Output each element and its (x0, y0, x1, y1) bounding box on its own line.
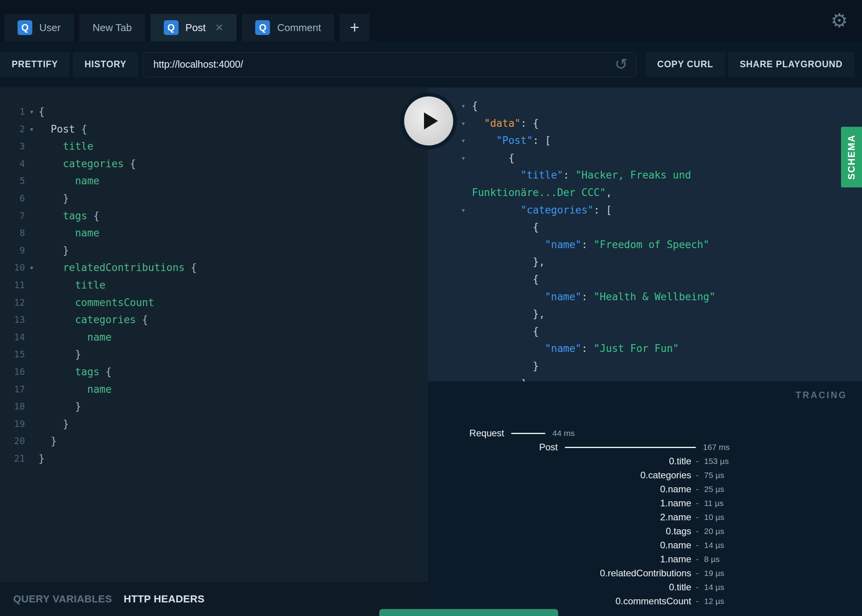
code-token: "Post" (496, 132, 533, 149)
settings-gear-icon[interactable]: ⚙ (830, 11, 848, 30)
trace-duration: 12 µs (704, 597, 724, 606)
history-button[interactable]: HISTORY (73, 52, 138, 77)
code-token: }, (472, 305, 545, 323)
fold-spacer (428, 375, 472, 382)
code-line: { (428, 219, 862, 236)
query-code: 1▾{2▾ Post {3 title4 categories {5 name6… (0, 88, 428, 467)
graphql-playground: Q User New Tab Q Post ✕ Q Comment + ⚙ PR… (0, 0, 862, 616)
line-number: 11 (0, 276, 25, 294)
tracing-panel: TRACING Request44 msPost167 ms0.title-15… (428, 382, 862, 616)
code-token: }, (472, 253, 545, 271)
code-token: categories (63, 155, 124, 173)
line-number: 4 (0, 155, 25, 173)
plus-icon: + (350, 18, 359, 37)
code-token (39, 172, 75, 190)
trace-duration: 20 µs (704, 527, 724, 536)
toolbar: PRETTIFY HISTORY ↺ COPY CURL SHARE PLAYG… (0, 41, 862, 88)
trace-label: 1.name (428, 498, 691, 509)
share-playground-button[interactable]: SHARE PLAYGROUND (728, 52, 854, 77)
tab-comment[interactable]: Q Comment (242, 14, 334, 41)
close-tab-icon[interactable]: ✕ (215, 23, 224, 33)
query-editor[interactable]: 1▾{2▾ Post {3 title4 categories {5 name6… (0, 88, 428, 582)
trace-duration: 75 µs (704, 471, 724, 480)
trace-label: 0.name (428, 540, 691, 551)
trace-row: 1.name-11 µs (428, 496, 862, 510)
code-line: "name": "Freedom of Speech" (428, 236, 862, 254)
fold-spacer (25, 346, 39, 363)
fold-caret-icon[interactable]: ▾ (25, 121, 39, 138)
execute-button[interactable] (404, 96, 453, 145)
code-line: ▾{ (428, 97, 862, 115)
code-token: relatedContributions (63, 259, 185, 276)
fold-caret-icon[interactable]: ▾ (25, 103, 39, 121)
query-variables-tab[interactable]: QUERY VARIABLES (13, 593, 112, 605)
fold-spacer (428, 253, 472, 271)
url-input[interactable] (143, 52, 636, 77)
line-number: 2 (0, 121, 25, 138)
code-token: "name" (545, 288, 582, 306)
trace-timeline-bar (565, 447, 696, 448)
trace-label: 0.tags (428, 526, 691, 537)
bottom-toast-partial[interactable] (379, 609, 558, 616)
response-viewer[interactable]: ▾{▾ "data": {▾ "Post": [▾ { "title": "Ha… (428, 88, 862, 382)
code-token (472, 201, 520, 219)
fold-caret-icon[interactable]: ▾ (25, 259, 39, 276)
code-token: { (185, 259, 197, 276)
fold-spacer (25, 155, 39, 173)
code-token (39, 276, 75, 294)
trace-label: Post (428, 442, 558, 453)
trace-duration: 25 µs (704, 485, 724, 494)
code-token: "data" (484, 115, 520, 132)
prettify-button[interactable]: PRETTIFY (0, 52, 70, 77)
code-line: "name": "Health & Wellbeing" (428, 288, 862, 306)
code-line: 12 commentsCount (0, 294, 428, 312)
code-token: name (75, 172, 100, 190)
code-line: 9 } (0, 242, 428, 259)
code-line: { (428, 323, 862, 340)
code-line: 7 tags { (0, 207, 428, 225)
query-badge-icon: Q (255, 20, 270, 35)
code-line: 15 } (0, 346, 428, 363)
tab-user[interactable]: Q User (4, 14, 74, 41)
fold-spacer (25, 381, 39, 398)
tab-new-tab[interactable]: New Tab (79, 14, 145, 41)
code-token (472, 288, 545, 306)
code-line: 20 } (0, 432, 428, 450)
trace-row: 0.title-153 µs (428, 454, 862, 468)
line-number: 10 (0, 259, 25, 276)
code-token: name (75, 224, 100, 242)
line-number: 20 (0, 432, 25, 450)
tab-post[interactable]: Q Post ✕ (151, 14, 237, 41)
code-line: 5 name (0, 172, 428, 190)
code-line: 3 title (0, 138, 428, 155)
code-token (472, 166, 520, 184)
line-number: 12 (0, 294, 25, 312)
new-tab-button[interactable]: + (340, 14, 370, 41)
trace-label: 0.commentsCount (428, 596, 691, 607)
play-icon (424, 112, 438, 130)
line-number: 9 (0, 242, 25, 259)
code-token (472, 236, 545, 254)
code-token: commentsCount (75, 294, 154, 312)
code-line: 17 name (0, 381, 428, 398)
trace-separator: - (696, 583, 699, 592)
fold-spacer (25, 190, 39, 207)
trace-separator: - (696, 555, 699, 564)
trace-duration: 8 µs (704, 555, 720, 564)
trace-label: 0.relatedContributions (428, 568, 691, 579)
fold-spacer (25, 138, 39, 155)
http-headers-tab[interactable]: HTTP HEADERS (124, 593, 205, 605)
fold-caret-icon[interactable]: ▾ (428, 149, 472, 167)
code-line: "title": "Hacker, Freaks und (428, 166, 862, 184)
trace-separator: - (696, 541, 699, 550)
copy-curl-button[interactable]: COPY CURL (646, 52, 725, 77)
fold-spacer (25, 363, 39, 381)
schema-tab[interactable]: SCHEMA (841, 127, 862, 187)
refresh-icon[interactable]: ↺ (615, 56, 628, 72)
code-token: { (472, 149, 515, 167)
code-token: "Freedom of Speech" (594, 236, 709, 254)
trace-label: 2.name (428, 512, 691, 523)
fold-spacer (428, 166, 472, 184)
fold-caret-icon[interactable]: ▾ (428, 201, 472, 219)
tracing-title: TRACING (428, 382, 862, 401)
